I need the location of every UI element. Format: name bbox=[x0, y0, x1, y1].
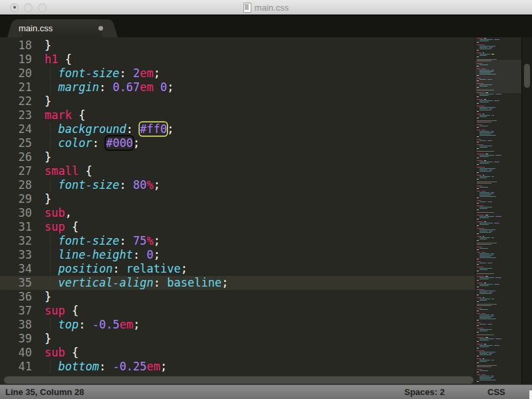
minimap-line bbox=[477, 348, 521, 348]
vertical-scrollbar-thumb[interactable] bbox=[524, 64, 530, 88]
code-line: 40sub { bbox=[0, 346, 475, 360]
code-token: : bbox=[126, 122, 140, 136]
minimap-line bbox=[477, 257, 521, 258]
minimap-line bbox=[477, 152, 521, 153]
minimap-line bbox=[477, 175, 521, 176]
minimap-line bbox=[477, 342, 521, 343]
minimap-viewport[interactable] bbox=[475, 60, 521, 93]
minimap-line bbox=[477, 281, 521, 282]
minimap-line bbox=[477, 124, 521, 125]
minimap-line bbox=[477, 300, 521, 301]
minimap-line bbox=[477, 119, 521, 120]
resize-grip[interactable] bbox=[529, 390, 532, 399]
tab-label: main.css bbox=[19, 23, 53, 33]
titlebar[interactable]: main.css bbox=[0, 0, 532, 15]
line-number: 34 bbox=[0, 262, 32, 276]
code-line: 37sup { bbox=[0, 304, 475, 318]
minimap-line bbox=[477, 160, 521, 161]
minimap-line bbox=[477, 354, 521, 355]
minimap-line bbox=[477, 237, 521, 238]
minimap-line bbox=[477, 275, 521, 275]
minimap-line bbox=[477, 132, 521, 133]
minimap-line bbox=[477, 268, 521, 269]
minimap-line bbox=[477, 279, 521, 279]
minimap-line bbox=[477, 217, 521, 218]
minimap-line bbox=[477, 332, 521, 332]
minimap-line bbox=[477, 176, 521, 177]
code-token: h1 bbox=[45, 53, 58, 66]
vertical-scrollbar[interactable] bbox=[521, 37, 532, 384]
document-icon bbox=[243, 3, 251, 13]
minimap-line bbox=[477, 45, 521, 45]
code-line: 35 vertical-align: baseline; bbox=[0, 276, 475, 290]
code-token: ; bbox=[154, 66, 160, 80]
minimap-line bbox=[477, 102, 521, 102]
status-syntax[interactable]: CSS bbox=[487, 387, 505, 397]
code-token: 0 bbox=[160, 80, 167, 94]
code-token: small bbox=[45, 164, 78, 178]
minimap-line bbox=[477, 205, 521, 206]
minimap-line bbox=[477, 372, 521, 372]
minimap-line bbox=[477, 155, 521, 156]
window-title: main.css bbox=[255, 3, 289, 13]
minimap-line bbox=[477, 156, 521, 157]
code-line: 33 line-height: 0; bbox=[0, 248, 475, 262]
code-token: { bbox=[58, 53, 71, 66]
code-token: } bbox=[45, 150, 51, 164]
minimap-line bbox=[477, 50, 521, 51]
tab-main-css[interactable]: main.css bbox=[17, 19, 108, 37]
code-line: 24 background: #ff0; bbox=[0, 122, 475, 136]
code-token: mark bbox=[45, 108, 72, 122]
code-line: 21 margin: 0.67em 0; bbox=[0, 80, 475, 94]
minimap-line bbox=[477, 94, 521, 94]
code-token: : bbox=[92, 136, 106, 150]
code-token: -0.5 bbox=[92, 318, 120, 331]
minimap-line bbox=[477, 98, 521, 98]
minimap-line bbox=[477, 190, 521, 190]
minimap-line bbox=[477, 172, 521, 173]
code-text: sup { bbox=[32, 220, 78, 234]
code-token bbox=[45, 234, 58, 247]
code-text: top: -0.5em; bbox=[32, 318, 140, 332]
code-line: 39} bbox=[0, 332, 475, 346]
minimap-line bbox=[477, 194, 521, 194]
horizontal-scrollbar-thumb[interactable] bbox=[4, 376, 473, 384]
minimap-line bbox=[477, 292, 521, 293]
minimap-line bbox=[477, 114, 521, 114]
code-token: baseline bbox=[167, 276, 221, 289]
minimap-line bbox=[477, 248, 521, 249]
minimap-line bbox=[477, 187, 521, 188]
minimap-line bbox=[477, 287, 521, 287]
minimap-line bbox=[477, 349, 521, 350]
minimap-line bbox=[477, 99, 521, 100]
minimap-line bbox=[477, 106, 521, 106]
status-bar: Line 35, Column 28 Spaces: 2 CSS bbox=[0, 384, 532, 399]
code-editor[interactable]: 18}19h1 {20 font-size: 2em;21 margin: 0.… bbox=[0, 37, 475, 384]
code-text: background: #ff0; bbox=[32, 122, 174, 136]
line-number: 29 bbox=[0, 192, 32, 206]
code-line: 29} bbox=[0, 192, 475, 206]
minimap-line bbox=[477, 144, 521, 145]
code-text: } bbox=[32, 332, 51, 346]
minimap-line bbox=[477, 224, 521, 225]
minimap-line bbox=[477, 265, 521, 266]
minimap-line bbox=[477, 215, 521, 215]
line-number: 31 bbox=[0, 220, 32, 234]
minimap-line bbox=[477, 95, 521, 96]
code-token: ; bbox=[221, 276, 228, 289]
minimap-line bbox=[477, 308, 521, 309]
code-token: ; bbox=[181, 262, 188, 275]
minimap-line bbox=[477, 183, 521, 184]
code-line: 31sup { bbox=[0, 220, 475, 234]
minimap-line bbox=[477, 374, 521, 375]
minimap-line bbox=[477, 277, 521, 278]
status-spaces[interactable]: Spaces: 2 bbox=[404, 387, 445, 397]
minimap[interactable] bbox=[475, 37, 521, 384]
minimap-line bbox=[477, 251, 521, 251]
minimap-line bbox=[477, 192, 521, 193]
code-token bbox=[45, 248, 58, 261]
minimap-line bbox=[477, 264, 521, 265]
minimap-line bbox=[477, 104, 521, 105]
minimap-line bbox=[477, 329, 521, 330]
minimap-line bbox=[477, 376, 521, 376]
